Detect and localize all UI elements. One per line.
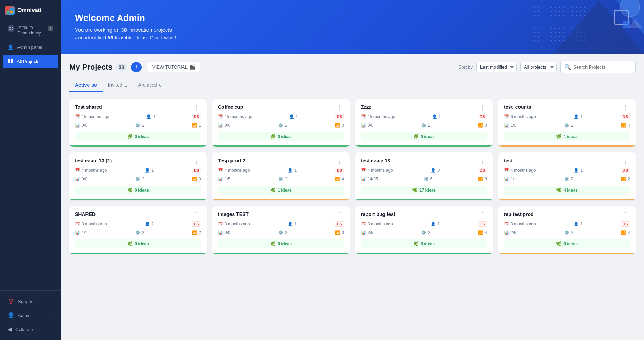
project-card[interactable]: Tesp prod 2 ⋮ 📅 4 months ago 👤 1 DS 📊 1/… <box>212 152 350 200</box>
card-menu-button[interactable]: ⋮ <box>478 211 487 218</box>
stat-bars: 📶 0 <box>335 123 344 128</box>
card-menu-button[interactable]: ⋮ <box>621 158 630 164</box>
ideas-badge[interactable]: 🌿 4 ideas <box>504 186 630 195</box>
card-menu-button[interactable]: ⋮ <box>335 211 344 218</box>
card-date: 📅 15 months ago <box>75 114 109 119</box>
stat-bars: 📶 2 <box>621 177 630 181</box>
card-date: 📅 4 months ago <box>218 168 250 173</box>
card-date: 📅 6 months ago <box>504 114 536 119</box>
ideas-count: 0 ideas <box>135 134 149 139</box>
person-icon: 👤 <box>288 222 293 226</box>
tab-invited[interactable]: Invited 1 <box>103 79 132 92</box>
chart-icon: 📊 <box>75 123 80 128</box>
collapse-label: Collapse <box>15 327 33 332</box>
card-menu-button[interactable]: ⋮ <box>478 158 487 164</box>
ideas-badge[interactable]: 🌿 0 ideas <box>361 132 487 141</box>
stat-gear-value: 2 <box>285 123 287 128</box>
bars-icon: 📶 <box>621 230 626 235</box>
logo[interactable]: Omnivati <box>0 0 61 21</box>
attr-dep-info-icon[interactable]: i <box>48 26 53 31</box>
card-menu-button[interactable]: ⋮ <box>621 211 630 218</box>
project-card[interactable]: test ⋮ 📅 4 months ago 👤 1 DS 📊 1/1 ⚙️ 2 <box>498 152 636 200</box>
card-bottom-bar <box>498 199 636 200</box>
card-date: 📅 4 months ago <box>504 168 536 173</box>
card-meta-row: 📅 6 months ago 👤 1 DS <box>504 114 630 119</box>
card-date-text: 4 months ago <box>368 168 393 173</box>
ideas-badge[interactable]: 🌿 0 ideas <box>361 239 487 248</box>
stat-ratio-value: 3/5 <box>368 230 373 235</box>
ds-badge: DS <box>478 114 487 119</box>
card-title: SHARED <box>75 211 192 217</box>
svg-rect-10 <box>8 61 10 63</box>
ideas-badge[interactable]: 🌿 1 ideas <box>504 132 630 141</box>
card-bottom-bar <box>212 145 350 147</box>
gear-icon: ⚙️ <box>135 123 141 128</box>
stats-row: 📊 1/5 ⚙️ 2 📶 4 <box>504 123 630 128</box>
ideas-badge[interactable]: 🌿 0 ideas <box>75 239 201 248</box>
stat-bars: 📶 0 <box>478 123 487 128</box>
tab-invited-label: Invited <box>108 82 122 88</box>
sidebar-item-admin-panel[interactable]: 👤 Admin panel <box>3 41 58 53</box>
project-card[interactable]: test issue 13 (2) ⋮ 📅 4 months ago 👤 1 D… <box>69 152 207 200</box>
ideas-badge[interactable]: 🌿 0 ideas <box>75 186 201 195</box>
project-card[interactable]: rep test prod ⋮ 📅 3 months ago 👤 1 DS 📊 … <box>498 206 636 254</box>
chart-icon: 📊 <box>504 123 509 128</box>
ideas-badge[interactable]: 🌿 0 ideas <box>75 132 201 141</box>
ideas-badge[interactable]: 🌿 17 ideas <box>361 186 487 195</box>
ideas-badge[interactable]: 🌿 0 ideas <box>218 132 344 141</box>
project-card[interactable]: images TEST ⋮ 📅 3 months ago 👤 1 DS 📊 0/… <box>212 206 350 254</box>
card-menu-button[interactable]: ⋮ <box>335 158 344 164</box>
card-menu-button[interactable]: ⋮ <box>478 104 487 110</box>
sidebar-item-attribute-dependency[interactable]: Attribute Dependency i <box>3 22 58 39</box>
project-card[interactable]: Zzzz ⋮ 📅 15 months ago 👤 1 DS 📊 0/0 ⚙️ 2 <box>355 99 493 147</box>
chart-icon: 📊 <box>218 230 223 235</box>
card-menu-button[interactable]: ⋮ <box>192 211 201 218</box>
search-box[interactable]: 🔍 <box>560 61 636 73</box>
project-card[interactable]: report bug test ⋮ 📅 3 months ago 👤 1 DS … <box>355 206 493 254</box>
sidebar-item-admin[interactable]: 👤 Admin › <box>3 309 58 322</box>
card-header: test issue 13 (2) ⋮ <box>75 158 201 164</box>
project-card[interactable]: test issue 13 ⋮ 📅 4 months ago 👤 0 DS 📊 … <box>355 152 493 200</box>
tab-archived[interactable]: Archived 0 <box>132 79 167 92</box>
card-members-count: 1 <box>580 168 583 173</box>
ds-badge: DS <box>192 221 201 227</box>
card-bottom-bar <box>69 253 207 254</box>
view-tutorial-button[interactable]: VIEW TUTORIAL 🎬 <box>147 62 200 72</box>
stat-ratio-value: 14/25 <box>368 177 378 181</box>
stat-bars: 📶 2 <box>192 230 201 235</box>
stat-ratio: 📊 3/5 <box>361 230 373 235</box>
stat-gear: ⚙️ 2 <box>135 177 144 181</box>
project-card[interactable]: test_counts ⋮ 📅 6 months ago 👤 1 DS 📊 1/… <box>498 99 636 147</box>
filter-select[interactable]: All projects My projects Shared <box>520 62 557 72</box>
ideas-badge[interactable]: 🌿 0 ideas <box>218 239 344 248</box>
card-menu-button[interactable]: ⋮ <box>192 104 201 110</box>
search-input[interactable] <box>573 64 632 70</box>
card-members: 👤 2 <box>145 222 154 226</box>
tab-active[interactable]: Active 38 <box>69 79 103 92</box>
person-icon: 👤 <box>145 222 150 226</box>
card-menu-button[interactable]: ⋮ <box>192 158 201 164</box>
ideas-badge[interactable]: 🌿 1 ideas <box>218 186 344 195</box>
sidebar-item-support[interactable]: ❓ Support <box>3 295 58 308</box>
project-card[interactable]: SHARED ⋮ 📅 3 months ago 👤 2 DS 📊 1/1 ⚙️ … <box>69 206 207 254</box>
card-bottom-bar <box>69 145 207 147</box>
card-members: 👤 1 <box>574 168 583 173</box>
card-members: 👤 1 <box>432 114 441 119</box>
card-menu-button[interactable]: ⋮ <box>621 104 630 110</box>
project-card[interactable]: Coffee cup ⋮ 📅 15 months ago 👤 1 DS 📊 0/… <box>212 99 350 147</box>
card-header: rep test prod ⋮ <box>504 211 630 218</box>
svg-rect-4 <box>9 27 11 28</box>
project-card[interactable]: Test shared ⋮ 📅 15 months ago 👤 0 DS 📊 0… <box>69 99 207 147</box>
ideas-count: 17 ideas <box>419 188 436 193</box>
stat-bars-value: 0 <box>342 123 344 128</box>
sort-select[interactable]: Last modified Name Date created <box>476 62 517 72</box>
card-date: 📅 4 months ago <box>361 168 393 173</box>
ideas-badge[interactable]: 🌿 0 ideas <box>504 239 630 248</box>
card-meta-row: 📅 4 months ago 👤 1 DS <box>504 168 630 173</box>
stats-row: 📊 0/0 ⚙️ 2 📶 0 <box>361 123 487 128</box>
sidebar-item-all-projects[interactable]: All Projects <box>3 55 58 68</box>
sidebar-item-collapse[interactable]: ◀ Collapse <box>3 323 58 336</box>
stat-gear: ⚙️ 2 <box>564 123 573 128</box>
add-project-button[interactable]: + <box>131 62 142 72</box>
card-menu-button[interactable]: ⋮ <box>335 104 344 110</box>
